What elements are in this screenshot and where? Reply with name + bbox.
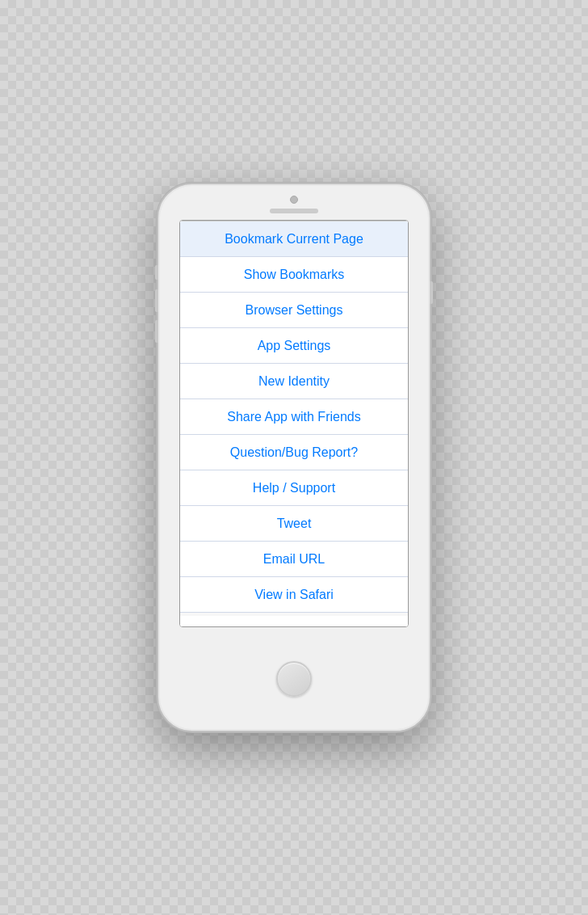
volume-down-button[interactable] — [155, 320, 158, 343]
power-button[interactable] — [430, 281, 433, 304]
cancel-button[interactable]: Cancel — [180, 616, 408, 627]
phone-top — [158, 184, 430, 213]
menu-item-app-settings[interactable]: App Settings — [180, 328, 408, 364]
menu-item-share-app[interactable]: Share App with Friends — [180, 399, 408, 435]
menu-item-new-identity[interactable]: New Identity — [180, 364, 408, 399]
phone-device: 15:00 100% In Stock Two-Day Bookmark Cur… — [157, 183, 431, 732]
menu-item-view-safari[interactable]: View in Safari — [180, 577, 408, 613]
menu-item-help-support[interactable]: Help / Support — [180, 470, 408, 506]
menu-list: Bookmark Current Page Show Bookmarks Bro… — [180, 221, 408, 627]
mute-button[interactable] — [155, 265, 158, 280]
phone-screen: 15:00 100% In Stock Two-Day Bookmark Cur… — [179, 220, 409, 627]
volume-up-button[interactable] — [155, 289, 158, 312]
menu-item-browser-settings[interactable]: Browser Settings — [180, 293, 408, 328]
speaker-grille — [270, 209, 318, 213]
menu-item-tweet[interactable]: Tweet — [180, 506, 408, 542]
menu-item-show-bookmarks[interactable]: Show Bookmarks — [180, 257, 408, 293]
menu-item-email-url[interactable]: Email URL — [180, 542, 408, 577]
phone-bottom — [276, 627, 312, 731]
menu-item-bookmark-current[interactable]: Bookmark Current Page — [180, 221, 408, 257]
camera-lens — [290, 196, 298, 204]
action-sheet: In Stock Two-Day Bookmark Current Page S… — [180, 221, 408, 626]
home-button[interactable] — [276, 661, 312, 697]
menu-item-bug-report[interactable]: Question/Bug Report? — [180, 435, 408, 470]
